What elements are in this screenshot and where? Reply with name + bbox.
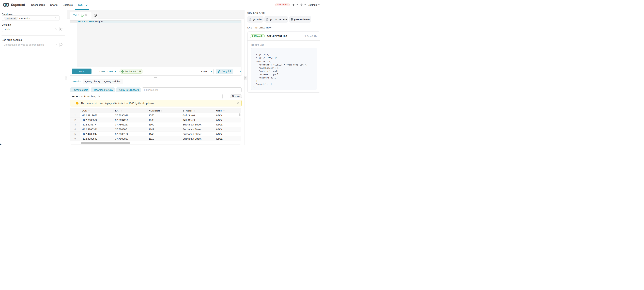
new-item-plus-icon[interactable] [292,4,294,6]
sort-icon[interactable] [161,110,162,111]
get-tabs-button[interactable]: getTabs [247,16,264,22]
response-line: }, [254,79,314,82]
preview-table-name: long_lat [90,95,102,98]
get-databases-button[interactable]: getDatabases [289,16,312,22]
sort-icon[interactable] [223,110,224,111]
warning-icon: ! [76,102,78,105]
sql-editor-card: 1 SELECT * from long_lat Run LIMIT: 1 00… [70,20,242,76]
chevron-left-icon [66,77,66,79]
response-line: "databaseId": 1, [254,66,314,69]
table-select[interactable]: Select table or type to search tables [2,42,60,47]
nav-item-sql[interactable]: SQL [78,3,83,6]
tab-results[interactable]: Results [70,79,83,84]
center-scrollbar-thumb[interactable] [244,76,244,80]
cell-unit: NULL [215,132,240,136]
sort-icon[interactable] [194,110,195,111]
filter-results-input[interactable] [142,87,242,92]
last-interaction-title: LAST INTERACTION [247,26,272,29]
copy-clipboard-button[interactable]: Copy to Clipboard [116,87,141,92]
column-header-street[interactable]: STREET [181,108,215,113]
brand-name[interactable]: Superset [11,3,25,7]
table-vertical-scrollbar[interactable] [239,113,240,116]
database-select[interactable]: postgresql examples [2,15,60,21]
theme-sun-icon[interactable] [300,3,302,6]
clock-icon [121,70,124,73]
table-horizontal-scrollbar[interactable] [81,142,130,144]
run-button[interactable]: Run [72,68,92,74]
editor-tab-1[interactable]: Tab 1 [70,12,92,19]
sql-menu-chevron-down-icon [86,4,88,6]
superset-logo-icon[interactable] [2,3,10,7]
collapse-sidebar-handle[interactable] [65,76,67,80]
tab-drag-handle-icon[interactable] [72,14,72,16]
apis-title: SQL LAB APIS [247,12,265,14]
table-refresh-icon[interactable] [60,43,63,46]
preview-keyword-select: SELECT [72,95,80,98]
row-index: 5 [70,132,80,136]
copy-clipboard-label: Copy to Clipboard [119,89,139,91]
theme-chevron-down-icon[interactable] [304,4,306,5]
column-header-lat[interactable]: LAT [114,108,147,113]
column-header-number[interactable]: NUMBER [147,108,181,113]
schema-select[interactable]: public [2,27,60,32]
cell-lat: 37.7802883 [114,136,147,141]
cell-street: Buchanan Street [181,136,215,141]
column-header-unit-label: UNIT [216,109,222,112]
get-current-tab-button[interactable]: getCurrentTab [264,16,288,22]
cell-lon: -122.4285247 [80,132,114,136]
save-button[interactable]: Save [199,69,208,74]
schema-refresh-icon[interactable] [60,28,63,31]
tab-query-history-label: Query history [85,80,100,83]
cell-number: 1160 [147,122,181,127]
cell-lon: -122.428577 [80,122,114,127]
file-cabinet-icon [290,18,293,21]
column-header-unit[interactable]: UNIT [215,108,240,113]
save-options-button[interactable] [208,69,214,74]
pane-resize-handle[interactable] [154,77,158,78]
alert-close-icon[interactable] [236,102,239,104]
editor-text-cursor [78,21,78,23]
editor-code-line: SELECT * from long_lat [78,20,105,23]
response-json: { "id": "1", "title": "Tab 1", "editor":… [251,48,317,90]
page-icon [248,18,252,21]
download-csv-button[interactable]: Download to CSV [91,87,115,92]
query-success-check-icon [81,14,84,17]
more-actions-ellipsis-icon[interactable] [238,71,241,72]
response-label: RESPONSE [252,44,264,46]
superset-sql-lab: Superset Dashboards Charts Datasets SQL … [0,0,322,145]
collapse-panel-handle[interactable] [245,76,247,80]
command-badge: COMMAND [250,34,264,38]
tab-query-history[interactable]: Query history [83,79,102,84]
cell-lat: 37.7806267 [114,122,147,127]
last-interaction-card: COMMAND getCurrentTab 9:34:48 AM RESPONS… [247,31,320,93]
table-row: 5 -122.4285247 37.7803172 1140 Buchanan … [70,132,241,136]
add-tab-button[interactable] [92,12,98,19]
copy-link-button[interactable]: Copy link [216,69,233,74]
nav-item-datasets[interactable]: Datasets [63,3,72,6]
column-header-lon[interactable]: LON [80,108,114,113]
nav-item-dashboards[interactable]: Dashboards [31,3,45,6]
tab-close-icon[interactable] [85,14,87,16]
editor-tab-title[interactable]: Tab 1 [73,14,80,17]
editor-line-number: 1 [70,20,75,23]
new-item-chevron-down-icon[interactable] [296,4,298,5]
cell-unit: NULL [215,122,240,127]
limit-dropdown[interactable]: LIMIT: 1 000 [100,70,116,73]
response-line: "table": null [254,76,314,79]
environment-badge: flask-debug [275,3,290,6]
row-count-badge: 1k rows [230,94,242,98]
tab-query-insights[interactable]: Query Insights [102,79,123,84]
settings-chevron-down-icon[interactable] [318,4,320,5]
table-row: 1 -122.3912672 37.7690928 1550 04th Stre… [70,113,241,118]
settings-menu[interactable]: Settings [308,3,317,6]
sql-code-editor[interactable]: 1 SELECT * from long_lat [70,20,241,67]
create-chart-button[interactable]: Create chart [70,87,90,92]
nav-item-charts[interactable]: Charts [50,3,58,6]
sort-icon[interactable] [121,110,122,111]
cell-street: Buchanan Street [181,127,215,132]
table-row: 6 -122.4289542 37.7802883 1111 Buchanan … [70,136,241,141]
table-select-chevron-down-icon [56,44,57,45]
sort-icon[interactable] [88,110,90,111]
cell-lat: 37.7694259 [114,118,147,122]
get-current-tab-label: getCurrentTab [270,18,287,21]
